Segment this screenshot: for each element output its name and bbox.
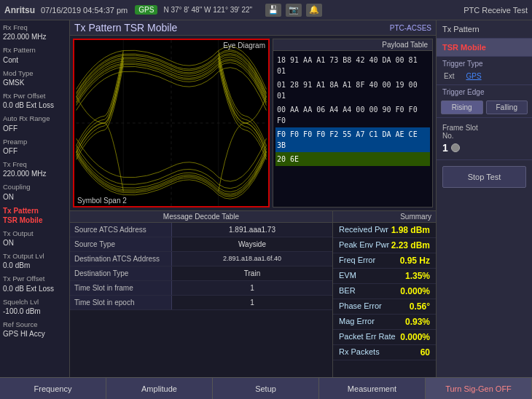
decode-value-dest-type: Train <box>172 266 332 280</box>
payload-title: Payload Table <box>273 39 432 51</box>
sidebar-rx-pattern: Rx Pattern Cont <box>3 46 66 64</box>
title-right: PTC Receive Test <box>463 6 528 15</box>
bell-icon[interactable]: 🔔 <box>306 4 322 17</box>
sidebar-preamp: Preamp OFF <box>3 138 66 156</box>
payload-row-3: 00 AA AA 06 A4 A4 00 00 90 F0 F0 F0 <box>275 103 430 127</box>
decode-label-timeslot-frame: Time Slot in frame <box>70 281 172 295</box>
decode-value-timeslot-frame: 1 <box>172 281 332 295</box>
decode-value-source-type: Wayside <box>172 237 332 251</box>
payload-row-5: 20 6E <box>275 152 430 166</box>
frame-slot-indicator <box>451 143 460 152</box>
trigger-ext-label: Ext <box>441 71 457 82</box>
sidebar-mod-type: Mod Type GMSK <box>3 69 66 87</box>
summary-row-ber: BER 0.000% <box>333 284 436 299</box>
camera-icon[interactable]: 📷 <box>286 4 302 17</box>
toolbar-turn-sig-gen[interactable]: Turn Sig-Gen OFF <box>426 378 532 399</box>
trigger-type-ext-gps: Ext GPS <box>437 69 532 85</box>
summary-label-rx-packets: Rx Packets <box>339 347 380 357</box>
decode-label-source-atcs: Source ATCS Address <box>70 223 172 237</box>
sidebar-auto-rx-range: Auto Rx Range OFF <box>3 114 66 133</box>
eye-diagram-svg <box>74 40 268 206</box>
summary-row-phase-error: Phase Error 0.56° <box>333 299 436 315</box>
toolbar-frequency[interactable]: Frequency <box>0 378 106 399</box>
payload-panel: Payload Table 18 91 AA A1 73 B8 42 40 DA… <box>273 39 433 208</box>
summary-value-rx-packets: 60 <box>420 347 430 357</box>
falling-edge-button[interactable]: Falling <box>486 100 528 114</box>
summary-value-mag-error: 0.93% <box>405 317 430 327</box>
summary-value-phase-error: 0.56° <box>410 301 430 312</box>
datetime: 07/16/2019 04:54:37 pm <box>41 6 128 15</box>
summary-value-ber: 0.000% <box>400 286 430 296</box>
summary-value-freq-error: 0.95 Hz <box>400 256 430 266</box>
payload-data: 18 91 AA A1 73 B8 42 40 DA 00 81 01 01 2… <box>273 51 432 207</box>
summary-row-rcvd-pwr: Received Pwr 1.98 dBm <box>333 223 436 238</box>
decode-label-timeslot-epoch: Time Slot in epoch <box>70 296 172 309</box>
floppy-icon[interactable]: 💾 <box>265 4 281 17</box>
decode-label-dest-atcs: Destination ATCS Address <box>70 252 172 266</box>
decode-row-source-type: Source Type Wayside <box>70 237 332 252</box>
left-sidebar: Rx Freq 220.000 MHz Rx Pattern Cont Mod … <box>0 20 70 377</box>
summary-label-freq-error: Freq Error <box>339 256 375 266</box>
menu-tx-pattern[interactable]: Tx Pattern <box>437 20 532 39</box>
brand-logo: Anritsu <box>4 5 35 15</box>
stop-test-button[interactable]: Stop Test <box>442 166 526 188</box>
coords: N 37° 8' 48" W 121° 39' 22" <box>163 6 252 14</box>
summary-row-packet-err: Packet Err Rate 0.000% <box>333 330 436 345</box>
sidebar-tx-freq: Tx Freq 220.000 MHz <box>3 160 66 178</box>
summary-value-evm: 1.35% <box>405 271 430 281</box>
sidebar-tx-pattern: Tx Pattern TSR Mobile <box>3 206 66 225</box>
sidebar-coupling: Coupling ON <box>3 183 66 201</box>
summary-label-mag-error: Mag Error <box>339 317 375 327</box>
summary-value-packet-err: 0.000% <box>400 332 430 342</box>
summary-label-ber: BER <box>339 286 356 296</box>
summary-row-evm: EVM 1.35% <box>333 269 436 284</box>
sidebar-tx-output: Tx Output ON <box>3 229 66 248</box>
page-title: Tx Pattern TSR Mobile <box>74 22 177 33</box>
decode-row-timeslot-frame: Time Slot in frame 1 <box>70 281 332 296</box>
summary-label-packet-err: Packet Err Rate <box>339 332 396 342</box>
decode-value-timeslot-epoch: 1 <box>172 296 332 309</box>
ptc-acses-label: PTC-ACSES <box>390 24 431 32</box>
summary-value-peak-pwr: 2.23 dBm <box>391 240 430 250</box>
decode-table-title: Message Decode Table <box>70 211 332 223</box>
frame-slot-no: No. <box>442 132 526 140</box>
eye-diagram-panel: Eye Diagram Symbol Span 2 <box>73 39 270 208</box>
eye-diagram-title: Eye Diagram <box>223 42 265 50</box>
sidebar-ref-source: Ref Source GPS HI Accy <box>3 320 66 339</box>
toolbar-amplitude[interactable]: Amplitude <box>106 378 213 399</box>
summary-label-rcvd-pwr: Received Pwr <box>339 225 388 235</box>
payload-row-2: 01 28 91 A1 8A A1 8F 40 00 19 00 01 <box>275 78 430 103</box>
summary-value-rcvd-pwr: 1.98 dBm <box>391 225 430 235</box>
summary-panel: Summary Received Pwr 1.98 dBm Peak Env P… <box>332 211 436 377</box>
sidebar-tx-output-lvl: Tx Output Lvl 0.0 dBm <box>3 252 66 270</box>
summary-row-freq-error: Freq Error 0.95 Hz <box>333 253 436 269</box>
decode-row-timeslot-epoch: Time Slot in epoch 1 <box>70 296 332 310</box>
summary-label-evm: EVM <box>339 271 356 281</box>
rising-edge-button[interactable]: Rising <box>441 100 483 114</box>
frame-slot-label: Frame Slot <box>442 124 526 132</box>
summary-row-peak-pwr: Peak Env Pwr 2.23 dBm <box>333 238 436 253</box>
summary-row-mag-error: Mag Error 0.93% <box>333 315 436 330</box>
frame-slot-number: 1 <box>442 142 448 154</box>
sidebar-squelch-lvl: Squelch Lvl -100.0 dBm <box>3 298 66 316</box>
decode-value-source-atcs: 1.891.aaa1.73 <box>172 223 332 237</box>
trigger-type-section: Trigger Type <box>437 57 532 69</box>
menu-tsr-mobile[interactable]: TSR Mobile <box>437 39 532 57</box>
right-sidebar: Tx Pattern TSR Mobile Trigger Type Ext G… <box>436 20 532 377</box>
decode-row-dest-type: Destination Type Train <box>70 266 332 281</box>
payload-row-4: F0 F0 F0 F0 F2 55 A7 C1 DA AE CE 3B <box>275 127 430 152</box>
topbar: Anritsu 07/16/2019 04:54:37 pm GPS N 37°… <box>0 0 532 20</box>
summary-title: Summary <box>333 211 436 223</box>
decode-value-dest-atcs: 2.891.a18.aa1.6f.40 <box>172 252 332 266</box>
decode-row-dest-atcs: Destination ATCS Address 2.891.a18.aa1.6… <box>70 252 332 266</box>
frame-slot-section: Frame Slot No. 1 <box>437 118 532 160</box>
sidebar-rx-pwr-offset: Rx Pwr Offset 0.0 dB Ext Loss <box>3 92 66 110</box>
toolbar-setup[interactable]: Setup <box>213 378 319 399</box>
trigger-gps-label[interactable]: GPS <box>463 71 484 82</box>
decode-label-dest-type: Destination Type <box>70 266 172 280</box>
trigger-edge-section: Trigger Edge <box>437 85 532 98</box>
decode-table: Message Decode Table Source ATCS Address… <box>70 211 332 377</box>
decode-label-source-type: Source Type <box>70 237 172 251</box>
summary-label-phase-error: Phase Error <box>339 301 382 312</box>
toolbar-measurement[interactable]: Measurement <box>319 378 426 399</box>
